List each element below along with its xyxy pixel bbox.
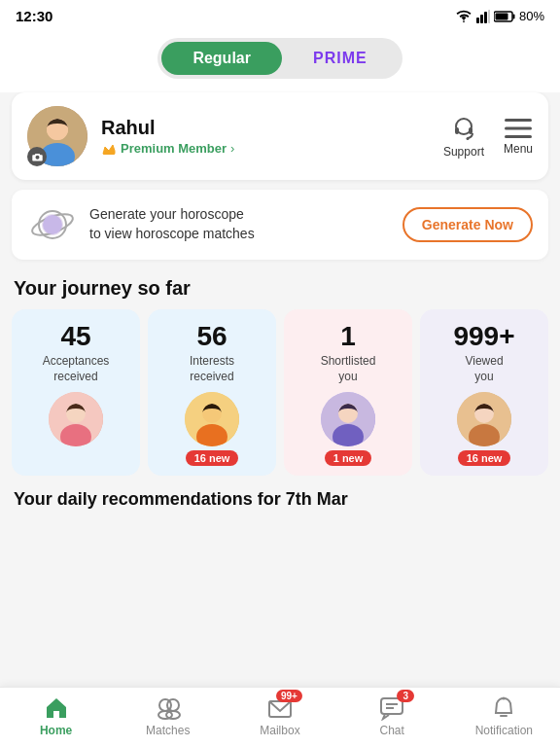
nav-chat[interactable]: 3 Chat [363, 695, 421, 737]
svg-rect-5 [512, 14, 514, 18]
premium-badge[interactable]: Premium Member › [101, 141, 234, 156]
interests-number: 56 [196, 323, 227, 350]
camera-icon [32, 153, 43, 161]
svg-rect-1 [480, 15, 483, 23]
acceptances-card[interactable]: 45 Acceptancesreceived [12, 309, 140, 476]
chat-badge: 3 [397, 690, 414, 702]
viewed-number: 999+ [453, 323, 514, 350]
nav-home[interactable]: Home [27, 695, 86, 737]
svg-point-45 [503, 697, 506, 700]
acceptances-number: 45 [60, 323, 90, 350]
menu-label: Menu [504, 142, 533, 156]
svg-rect-3 [488, 10, 490, 23]
bottom-nav: Home Matches 99+ Mailbox [0, 687, 560, 747]
acceptances-avatar [49, 392, 103, 446]
home-icon-wrap [44, 695, 69, 721]
support-button[interactable]: Support [443, 115, 484, 159]
horoscope-left: Generate your horoscope to view horoscop… [27, 203, 255, 246]
profile-card: Rahul Premium Member › [12, 92, 548, 180]
female-avatar-3 [321, 392, 375, 446]
notification-icon-wrap [491, 695, 516, 721]
svg-rect-2 [484, 12, 487, 23]
svg-rect-19 [505, 135, 532, 138]
svg-point-23 [43, 215, 62, 234]
svg-marker-11 [103, 145, 115, 154]
svg-point-16 [466, 137, 469, 140]
svg-rect-0 [476, 18, 479, 23]
svg-rect-6 [495, 13, 508, 19]
premium-text: Premium Member [121, 141, 227, 156]
interests-label: Interestsreceived [190, 354, 234, 384]
shortlisted-new-badge: 1 new [325, 450, 372, 466]
mailbox-icon-wrap: 99+ [267, 695, 293, 721]
support-label: Support [443, 145, 484, 159]
crown-icon [101, 142, 117, 156]
daily-recommendations-title: Your daily recommendations for 7th Mar [0, 476, 560, 510]
viewed-avatar [457, 392, 511, 446]
regular-tab[interactable]: Regular [161, 42, 282, 75]
shortlisted-number: 1 [340, 323, 356, 350]
battery-percent: 80% [519, 9, 544, 23]
acceptances-label: Acceptancesreceived [43, 354, 110, 384]
nav-notification[interactable]: Notification [474, 695, 533, 737]
chevron-right-icon: › [230, 141, 234, 156]
chat-icon-wrap: 3 [379, 695, 404, 721]
nav-mailbox-label: Mailbox [260, 724, 299, 737]
interests-card[interactable]: 56 Interestsreceived 16 new [148, 309, 276, 476]
notification-icon [491, 695, 516, 721]
matches-icon-wrap [156, 695, 181, 721]
nav-mailbox[interactable]: 99+ Mailbox [251, 695, 309, 737]
mailbox-badge: 99+ [276, 690, 302, 702]
status-icons: 80% [455, 9, 544, 23]
shortlisted-card[interactable]: 1 Shortlistedyou 1 new [284, 309, 412, 476]
svg-rect-15 [469, 127, 472, 134]
status-time: 12:30 [16, 8, 52, 24]
scroll-area: Regular PRIME [0, 28, 560, 713]
nav-notification-label: Notification [475, 724, 533, 737]
nav-matches[interactable]: Matches [139, 695, 197, 737]
horoscope-text: Generate your horoscope to view horoscop… [89, 205, 255, 243]
shortlisted-avatar [321, 392, 375, 446]
battery-icon [494, 11, 515, 22]
profile-right: Support Menu [443, 115, 533, 159]
camera-badge[interactable] [27, 147, 47, 166]
viewed-card[interactable]: 999+ Viewedyou 16 new [420, 309, 548, 476]
svg-rect-17 [505, 119, 532, 122]
profile-left: Rahul Premium Member › [27, 106, 234, 166]
signal-icon [476, 10, 490, 23]
interests-new-badge: 16 new [186, 450, 239, 466]
avatar-wrapper[interactable] [27, 106, 88, 166]
toggle-bar: Regular PRIME [0, 28, 560, 92]
menu-button[interactable]: Menu [504, 118, 533, 156]
viewed-label: Viewedyou [465, 354, 503, 384]
nav-chat-label: Chat [379, 724, 403, 737]
female-avatar-1 [49, 392, 103, 446]
interests-avatar [185, 392, 239, 446]
profile-info: Rahul Premium Member › [101, 117, 234, 156]
svg-rect-14 [455, 127, 459, 134]
nav-home-label: Home [40, 724, 72, 737]
shortlisted-label: Shortlistedyou [321, 354, 376, 384]
viewed-new-badge: 16 new [458, 450, 511, 466]
wifi-icon [455, 10, 472, 23]
matches-icon [156, 695, 181, 721]
horoscope-banner: Generate your horoscope to view horoscop… [12, 190, 548, 260]
generate-now-button[interactable]: Generate Now [402, 207, 533, 242]
female-avatar-4 [457, 392, 511, 446]
profile-name: Rahul [101, 117, 234, 139]
menu-icon [505, 118, 532, 139]
home-icon [44, 695, 69, 721]
svg-rect-18 [505, 126, 532, 129]
nav-matches-label: Matches [146, 724, 190, 737]
headset-icon [450, 115, 477, 142]
journey-title: Your journey so far [0, 269, 560, 309]
status-bar: 12:30 80% [0, 0, 560, 28]
prime-tab[interactable]: PRIME [282, 42, 399, 75]
svg-point-37 [167, 699, 179, 711]
female-avatar-2 [185, 392, 239, 446]
stats-grid: 45 Acceptancesreceived 56 Interestsrecei… [0, 309, 560, 476]
plan-toggle[interactable]: Regular PRIME [158, 38, 402, 79]
svg-rect-12 [103, 153, 115, 155]
planet-icon [27, 203, 78, 246]
